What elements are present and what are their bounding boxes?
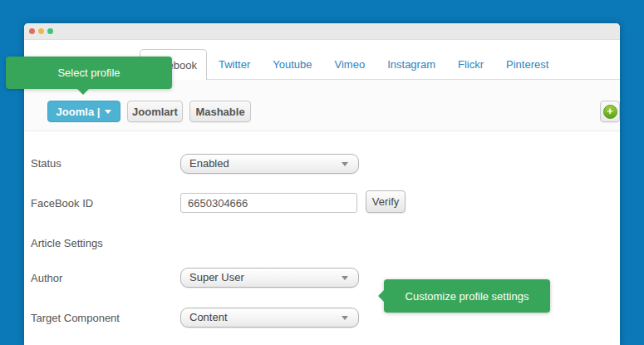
add-profile-button[interactable]: + <box>600 101 620 122</box>
tab-pinterest[interactable]: Pinterest <box>506 58 548 71</box>
facebook-id-input[interactable] <box>180 193 357 213</box>
tab-flickr[interactable]: Flickr <box>458 58 484 71</box>
customize-profile-settings-tooltip: Customize profile settings <box>384 279 550 313</box>
author-label: Author <box>31 272 62 284</box>
target-component-select-value: Content <box>189 311 228 323</box>
chevron-down-icon <box>342 316 348 320</box>
verify-button[interactable]: Verify <box>366 190 406 213</box>
window-titlebar <box>24 23 620 40</box>
chevron-down-icon <box>105 110 111 114</box>
profile-button-label: Joomla | <box>57 106 101 118</box>
select-profile-tooltip-text: Select profile <box>57 67 120 79</box>
author-select[interactable]: Super User <box>180 268 359 288</box>
tab-bar: Twitter Youtube Vimeo Instagram Flickr P… <box>219 49 548 80</box>
tab-vimeo[interactable]: Vimeo <box>335 58 366 71</box>
tab-instagram[interactable]: Instagram <box>387 58 435 71</box>
author-select-value: Super User <box>189 271 244 283</box>
article-settings-heading: Article Settings <box>31 237 103 249</box>
profile-button-joomlart[interactable]: Joomlart <box>127 101 183 122</box>
chevron-down-icon <box>342 276 348 280</box>
tooltip-arrow-down-icon <box>77 89 89 95</box>
status-label: Status <box>31 157 61 170</box>
tab-twitter[interactable]: Twitter <box>219 58 250 71</box>
chevron-down-icon <box>342 162 348 166</box>
target-component-label: Target Component <box>31 312 120 324</box>
maximize-window-icon[interactable] <box>47 28 53 34</box>
plus-icon: + <box>603 105 617 119</box>
desktop-background: Facebook Twitter Youtube Vimeo Instagram… <box>0 0 644 345</box>
select-profile-tooltip: Select profile <box>6 57 172 89</box>
status-select[interactable]: Enabled <box>180 154 359 174</box>
target-component-select[interactable]: Content <box>180 308 359 328</box>
customize-profile-settings-tooltip-text: Customize profile settings <box>406 290 529 303</box>
minimize-window-icon[interactable] <box>38 28 44 34</box>
tab-youtube[interactable]: Youtube <box>273 58 312 71</box>
status-select-value: Enabled <box>189 157 229 170</box>
facebook-id-label: FaceBook ID <box>31 197 93 209</box>
profile-button-mashable[interactable]: Mashable <box>189 101 251 122</box>
tooltip-arrow-left-icon <box>378 290 384 302</box>
close-window-icon[interactable] <box>29 28 35 34</box>
profile-button-joomla[interactable]: Joomla | <box>47 101 120 122</box>
